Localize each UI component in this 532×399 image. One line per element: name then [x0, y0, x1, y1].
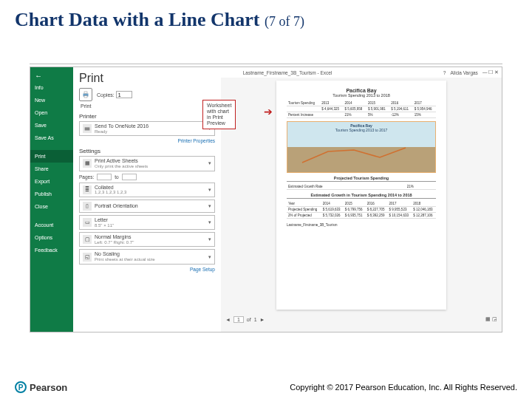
sidebar-item-share[interactable]: Share	[30, 163, 73, 175]
page-icon: ▭	[83, 218, 92, 227]
doc-title: Pacifica Bay	[287, 88, 436, 93]
slide-footer: PPearson Copyright © 2017 Pearson Educat…	[0, 381, 532, 393]
pages-range: Pages:to	[79, 174, 215, 180]
collate-icon: ≣	[83, 185, 92, 194]
print-heading: Print	[79, 72, 215, 85]
section-projected: Projected Tourism Spending	[287, 176, 436, 182]
svg-rect-1	[84, 92, 87, 94]
preview-nav: ◄ 1 of 1 ► ▦ ◲	[221, 313, 502, 326]
sidebar-item-export[interactable]: Export	[30, 175, 73, 188]
sidebar-item-info[interactable]: Info	[30, 81, 73, 94]
prev-page-button[interactable]: ◄	[225, 317, 231, 322]
paper-size-dropdown[interactable]: ▭Letter8.5" × 11"▾	[79, 215, 215, 230]
svg-rect-3	[85, 127, 90, 130]
portrait-icon: ▯	[83, 202, 92, 211]
pages-from-input[interactable]	[97, 174, 112, 180]
sidebar-item-print[interactable]: Print	[30, 150, 73, 163]
settings-section-label: Settings	[79, 148, 215, 154]
zoom-icon[interactable]: ◲	[492, 316, 497, 321]
printer-icon	[83, 124, 92, 133]
line-chart: Pacifica BayTourism Spending 2013 to 201…	[287, 121, 436, 173]
margins-icon: ▢	[83, 235, 92, 244]
slide-title: Chart Data with a Line Chart (7 of 7)	[0, 0, 532, 34]
print-what-dropdown[interactable]: ▦Print Active SheetsOnly print the activ…	[79, 156, 215, 171]
sidebar-item-feedback[interactable]: Feedback	[30, 244, 73, 256]
copyright-text: Copyright © 2017 Pearson Education, Inc.…	[290, 383, 517, 392]
print-button-label: Print	[81, 103, 215, 109]
collate-dropdown[interactable]: ≣Collated1,2,3 1,2,3 1,2,3▾	[79, 183, 215, 197]
scaling-dropdown[interactable]: ◱No ScalingPrint sheets at their actual …	[79, 249, 215, 264]
sidebar-item-close[interactable]: Close	[30, 200, 73, 213]
help-icon[interactable]: ?	[443, 70, 446, 75]
callout-box: Worksheet with chartin Print Preview	[202, 100, 236, 129]
next-page-button[interactable]: ►	[260, 317, 265, 322]
sidebar-item-open[interactable]: Open	[30, 106, 73, 119]
scaling-icon: ◱	[83, 253, 92, 262]
page-number: 1	[233, 316, 244, 323]
sidebar-item-publish[interactable]: Publish	[30, 188, 73, 200]
sidebar-item-saveas[interactable]: Save As	[30, 132, 73, 144]
projection-table: Year20142015201620172018 Projected Spend…	[287, 201, 436, 219]
doc-subtitle: Tourism Spending 2013 to 2018	[287, 93, 436, 98]
sidebar-item-save[interactable]: Save	[30, 119, 73, 132]
page-setup-link[interactable]: Page Setup	[79, 267, 215, 272]
print-button[interactable]	[79, 88, 92, 101]
preview-page: Pacifica Bay Tourism Spending 2013 to 20…	[276, 81, 446, 310]
copies-input[interactable]	[116, 91, 132, 98]
print-settings-panel: Print Copies: Print Printer Send To OneN…	[73, 67, 221, 332]
sidebar-item-options[interactable]: Options	[30, 231, 73, 244]
svg-rect-2	[84, 96, 87, 98]
orientation-dropdown[interactable]: ▯Portrait Orientation▾	[79, 200, 215, 213]
printer-section-label: Printer	[79, 113, 215, 120]
section-estimated: Estimated Growth in Tourism Spending 201…	[287, 193, 436, 199]
pearson-logo: PPearson	[15, 381, 67, 393]
sidebar-item-account[interactable]: Account	[30, 219, 73, 231]
print-preview-pane: Pacifica Bay Tourism Spending 2013 to 20…	[221, 67, 502, 332]
zoom-to-page-icon[interactable]: ▦	[485, 316, 491, 321]
printer-dropdown[interactable]: Send To OneNote 2016Ready ▾	[79, 121, 215, 136]
back-button[interactable]: ←	[30, 70, 73, 81]
margins-dropdown[interactable]: ▢Normal MarginsLeft: 0.7" Right: 0.7"▾	[79, 232, 215, 247]
doc-footer-filename: Lastname_Firstname_3B_Tourism	[287, 223, 436, 227]
user-name: Alicia Vargas	[450, 70, 477, 75]
window-filename: Lastname_Firstname_3B_Tourism - Excel	[243, 70, 332, 75]
copies-label: Copies:	[97, 92, 115, 98]
growth-rate-table: Estimated Growth Rate21%	[287, 184, 436, 190]
backstage-sidebar: ← Info New Open Save Save As Print Share…	[30, 67, 73, 332]
window-controls[interactable]: — ☐ ✕	[482, 69, 499, 75]
pages-to-input[interactable]	[122, 174, 137, 180]
excel-backstage-window: Lastname_Firstname_3B_Tourism - Excel ? …	[30, 66, 502, 332]
spending-table: Tourism Spending20132014201520162017 $ 4…	[287, 100, 436, 118]
sheets-icon: ▦	[83, 159, 92, 168]
callout-arrow-icon: ➔	[264, 106, 273, 117]
page-total: 1	[254, 317, 257, 322]
sidebar-item-new[interactable]: New	[30, 94, 73, 106]
printer-properties-link[interactable]: Printer Properties	[79, 138, 215, 143]
